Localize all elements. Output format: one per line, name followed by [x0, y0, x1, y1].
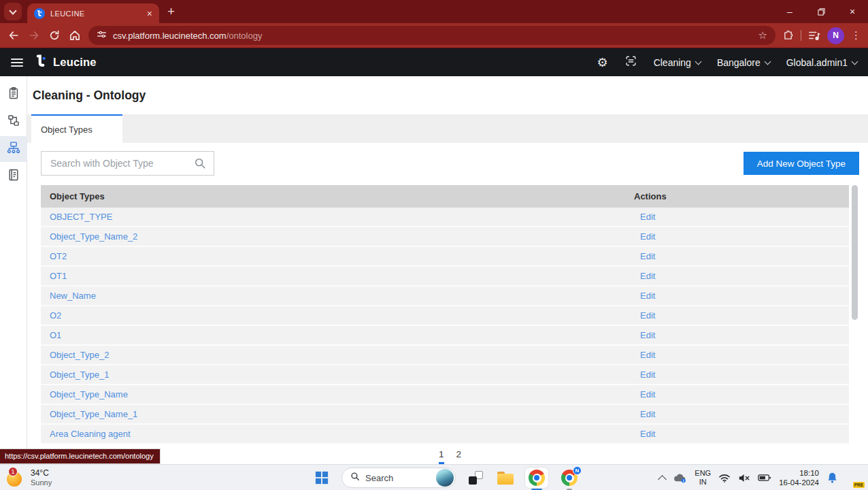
- close-button[interactable]: ×: [837, 0, 868, 23]
- extensions-icon[interactable]: [782, 30, 794, 42]
- edit-link[interactable]: Edit: [634, 251, 655, 261]
- weather-widget[interactable]: 1 34°C Sunny: [7, 465, 52, 490]
- page-button-1[interactable]: 1: [439, 449, 444, 463]
- taskbar-search-label: Search: [365, 473, 431, 483]
- settings-gear-icon[interactable]: ⚙: [597, 56, 607, 69]
- tab-object-types[interactable]: Object Types: [31, 114, 122, 143]
- tab-strip: Object Types: [27, 114, 868, 143]
- object-type-link[interactable]: OBJECT_TYPE: [50, 212, 112, 222]
- sidebar: [0, 76, 27, 464]
- chrome-taskbar-button[interactable]: [525, 468, 548, 488]
- volume-muted-icon[interactable]: [738, 473, 750, 483]
- object-type-link[interactable]: OT2: [50, 251, 67, 261]
- facility-switch-icon[interactable]: [624, 54, 637, 70]
- sidebar-item-ontology[interactable]: [0, 136, 27, 162]
- object-type-link[interactable]: New_Name: [50, 291, 96, 301]
- edit-link[interactable]: Edit: [634, 350, 655, 360]
- file-explorer-button[interactable]: [495, 468, 516, 488]
- edit-link[interactable]: Edit: [634, 231, 655, 242]
- edit-link[interactable]: Edit: [634, 370, 655, 380]
- sidebar-item-checklists[interactable]: [0, 82, 27, 108]
- toolbar-separator: [801, 30, 801, 41]
- weather-temperature: 34°C: [31, 468, 52, 478]
- forward-icon[interactable]: [27, 29, 41, 42]
- start-button[interactable]: [312, 468, 332, 488]
- back-icon[interactable]: [7, 29, 20, 42]
- search-highlights-thumbnail[interactable]: [436, 469, 454, 487]
- table-row: New_Name Edit: [41, 287, 849, 306]
- facility-selector[interactable]: Bangalore: [717, 57, 770, 68]
- table-row: Area Cleaning agent Edit: [41, 425, 849, 444]
- object-type-link[interactable]: O2: [50, 310, 61, 321]
- table-scrollbar[interactable]: [852, 185, 858, 320]
- object-type-link[interactable]: Object_Type_Name_1: [50, 409, 137, 419]
- notification-bell-icon[interactable]: [827, 472, 838, 484]
- search-input[interactable]: [41, 151, 214, 176]
- taskbar-search[interactable]: Search: [341, 468, 456, 488]
- url-host: csv.platform.leucinetech.com: [113, 31, 227, 41]
- table-row: OT2 Edit: [41, 247, 849, 267]
- edit-link[interactable]: Edit: [634, 291, 655, 301]
- new-tab-button[interactable]: +: [167, 5, 175, 18]
- table-row: Object_Type_Name_2 Edit: [41, 227, 849, 247]
- tab-search-button[interactable]: [4, 3, 22, 20]
- taskbar: 1 34°C Sunny Search N: [0, 464, 868, 490]
- browser-menu-icon[interactable]: ⋮: [851, 29, 861, 42]
- workflow-icon: [7, 114, 20, 130]
- restore-button[interactable]: [805, 0, 837, 23]
- home-icon[interactable]: [68, 29, 82, 42]
- table-body: OBJECT_TYPE Edit Object_Type_Name_2 Edit…: [41, 208, 849, 444]
- reload-icon[interactable]: [48, 29, 61, 42]
- table-row: Object_Type_Name_1 Edit: [41, 405, 849, 425]
- object-type-link[interactable]: Object_Type_2: [50, 350, 109, 360]
- sidebar-item-workflows[interactable]: [0, 109, 27, 135]
- tab-close-icon[interactable]: ×: [147, 9, 152, 18]
- media-controls-icon[interactable]: [808, 30, 820, 41]
- onedrive-cloud-icon[interactable]: [673, 472, 687, 483]
- object-type-link[interactable]: Object_Type_1: [50, 370, 109, 380]
- logbook-icon: [7, 168, 20, 184]
- user-selector[interactable]: Global.admin1: [786, 57, 857, 68]
- sidebar-item-logbook[interactable]: [0, 163, 27, 189]
- object-type-link[interactable]: Object_Type_Name: [50, 389, 128, 399]
- table-row: Object_Type_2 Edit: [41, 346, 849, 365]
- browser-profile-avatar[interactable]: N: [827, 27, 844, 44]
- task-view-button[interactable]: [465, 468, 486, 488]
- object-type-link[interactable]: Area Cleaning agent: [50, 429, 131, 439]
- chrome-profile-taskbar-button[interactable]: N: [558, 468, 581, 488]
- edit-link[interactable]: Edit: [634, 330, 655, 340]
- edit-link[interactable]: Edit: [634, 409, 655, 419]
- language-indicator[interactable]: ENG IN: [695, 469, 711, 486]
- weather-description: Sunny: [31, 478, 52, 487]
- page-button-2[interactable]: 2: [456, 449, 461, 463]
- edit-link[interactable]: Edit: [634, 310, 655, 321]
- hamburger-menu-icon[interactable]: [11, 59, 23, 67]
- object-type-link[interactable]: Object_Type_Name_2: [50, 231, 137, 242]
- copilot-icon[interactable]: PRE: [846, 470, 863, 487]
- battery-icon[interactable]: [758, 473, 771, 483]
- clock[interactable]: 18:10 16-04-2024: [779, 468, 819, 488]
- brand-name: Leucine: [53, 56, 97, 69]
- site-info-icon[interactable]: [97, 29, 107, 42]
- minimize-button[interactable]: –: [774, 0, 805, 23]
- tray-expand-button[interactable]: [659, 474, 665, 483]
- chevron-up-icon: [658, 475, 667, 484]
- bookmark-star-icon[interactable]: ☆: [758, 29, 767, 42]
- wifi-icon[interactable]: [718, 473, 731, 483]
- edit-link[interactable]: Edit: [634, 212, 655, 222]
- add-new-object-type-button[interactable]: Add New Object Type: [744, 152, 859, 175]
- page-title: Cleaning - Ontology: [27, 76, 868, 114]
- search-icon[interactable]: [194, 157, 206, 172]
- pagination: 1 2: [41, 449, 859, 463]
- url-bar[interactable]: csv.platform.leucinetech.com/ontology ☆: [88, 26, 775, 45]
- chevron-down-icon: [9, 7, 16, 14]
- edit-link[interactable]: Edit: [634, 389, 655, 399]
- browser-titlebar: LEUCINE × + – ×: [0, 0, 868, 23]
- edit-link[interactable]: Edit: [634, 429, 655, 439]
- edit-link[interactable]: Edit: [634, 271, 655, 281]
- table-row: OT1 Edit: [41, 267, 849, 287]
- object-type-link[interactable]: O1: [50, 330, 61, 340]
- browser-tab[interactable]: LEUCINE ×: [27, 3, 159, 23]
- process-selector[interactable]: Cleaning: [654, 57, 701, 68]
- object-type-link[interactable]: OT1: [50, 271, 67, 281]
